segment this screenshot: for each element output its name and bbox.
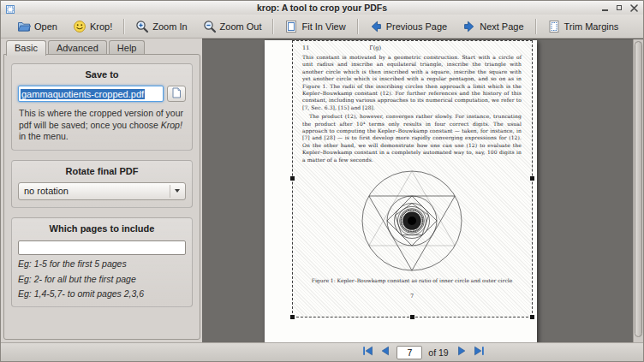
trim-margins-icon [547, 20, 561, 33]
browse-button[interactable] [167, 86, 186, 102]
toolbar-separator [357, 19, 358, 34]
help-text-part: in the menu. [19, 131, 69, 141]
smiley-icon [73, 20, 86, 33]
go-last-icon [474, 346, 485, 359]
next-page-toolbar-button[interactable]: Next Page [456, 16, 530, 37]
go-next-icon [456, 346, 467, 359]
pdf-page[interactable]: 11 Γ(g) This constant is motivated by a … [265, 40, 537, 342]
titlebar: krop: A tool to crop your PDFs [1, 1, 643, 15]
toolbar-button-label: Trim Margins [564, 21, 619, 32]
save-filename-value: gammaquotients-cropped.pdf [21, 89, 145, 99]
fit-in-view-icon [284, 20, 298, 33]
krop-button[interactable]: Krop! [66, 16, 119, 37]
vertical-scrollbar[interactable] [633, 39, 643, 343]
arrow-left-icon [369, 20, 383, 33]
fit-in-view-button[interactable]: Fit In View [277, 16, 352, 37]
previous-page-toolbar-button[interactable]: Previous Page [362, 16, 455, 37]
rotation-select[interactable]: no rotation [18, 182, 186, 200]
toolbar-button-label: Krop! [90, 21, 112, 32]
toolbar-button-label: Fit In View [301, 21, 345, 32]
crop-handle-right[interactable] [530, 176, 534, 181]
maximize-button[interactable] [614, 3, 624, 13]
go-previous-icon [380, 346, 391, 359]
window-title: krop: A tool to crop your PDFs [1, 1, 643, 15]
toolbar-button-label: Zoom Out [220, 21, 262, 32]
trim-margins-button[interactable]: Trim Margins [540, 16, 626, 37]
pages-example: Eg: 2- for all but the first page [18, 274, 186, 285]
main-toolbar: Open Krop! Zoom In Zoom Out Fit In View … [1, 15, 643, 39]
first-page-button[interactable] [361, 346, 374, 359]
page-navigation: of 19 [202, 343, 644, 361]
krop-window: krop: A tool to crop your PDFs Open Krop… [0, 0, 644, 362]
tab-label: Help [117, 43, 137, 53]
close-icon [630, 2, 638, 15]
save-to-title: Save to [18, 69, 186, 80]
previous-page-button[interactable] [379, 346, 392, 359]
minimize-button[interactable] [599, 3, 610, 13]
pages-input[interactable] [18, 240, 186, 255]
help-text-emphasis: Krop! [161, 120, 182, 130]
zoom-in-icon [135, 20, 149, 33]
pages-example: Eg: 1-5 for the first 5 pages [18, 258, 186, 270]
example-text: 1,4-5,7- to omit pages 2,3,6 [32, 288, 144, 299]
crop-handle-bottom-center[interactable] [410, 315, 414, 319]
page-total-label: of 19 [428, 347, 448, 358]
pages-title: Which pages to include [18, 223, 186, 234]
toolbar-separator [123, 19, 124, 34]
example-text: 2- for all but the first page [32, 274, 136, 284]
open-button[interactable]: Open [10, 16, 64, 37]
crop-handle-left[interactable] [290, 176, 295, 181]
tab-basic[interactable]: Basic [6, 40, 46, 56]
pdf-viewport[interactable]: 11 Γ(g) This constant is motivated by a … [202, 39, 643, 343]
toolbar-separator [272, 19, 273, 34]
folder-open-icon [17, 20, 31, 33]
example-prefix: Eg: [18, 274, 32, 284]
tab-label: Basic [15, 43, 38, 53]
pages-group: Which pages to include Eg: 1-5 for the f… [11, 217, 193, 307]
zoom-in-button[interactable]: Zoom In [128, 16, 194, 37]
rotate-title: Rotate final PDF [18, 166, 186, 176]
tab-label: Advanced [57, 43, 98, 53]
toolbar-button-label: Zoom In [152, 21, 187, 32]
example-text: 1-5 for the first 5 pages [32, 258, 127, 269]
combo-separator [170, 185, 170, 198]
save-to-group: Save to gammaquotients-cropped.pdf This … [11, 63, 193, 151]
crop-selection[interactable] [292, 40, 533, 317]
zoom-out-icon [203, 20, 217, 33]
toolbar-separator [535, 19, 536, 34]
crop-handle-bottom-left[interactable] [290, 315, 295, 319]
toolbar-button-label: Open [34, 21, 57, 32]
help-text-part: This is where the cropped version of you… [19, 108, 183, 130]
scrollbar-thumb[interactable] [635, 41, 642, 337]
rotation-selected-value: no rotation [24, 186, 69, 196]
close-button[interactable] [629, 3, 639, 13]
minimize-icon [602, 9, 608, 11]
basic-tab-panel: Save to gammaquotients-cropped.pdf This … [3, 54, 200, 340]
next-page-button[interactable] [455, 346, 468, 359]
example-prefix: Eg: [18, 288, 32, 299]
document-icon [171, 87, 182, 101]
example-prefix: Eg: [18, 258, 32, 269]
crop-handle-bottom-right[interactable] [530, 315, 534, 319]
pages-example: Eg: 1,4-5,7- to omit pages 2,3,6 [18, 288, 186, 300]
last-page-button[interactable] [473, 346, 486, 359]
arrow-right-icon [462, 20, 476, 33]
status-bar: of 19 [1, 342, 643, 361]
window-controls [599, 3, 639, 13]
toolbar-button-label: Previous Page [386, 21, 448, 32]
chevron-down-icon [175, 189, 180, 193]
maximize-icon [617, 5, 622, 10]
zoom-out-button[interactable]: Zoom Out [196, 16, 269, 37]
go-first-icon [362, 346, 373, 359]
save-help-text: This is where the cropped version of you… [19, 108, 185, 143]
page-number-input[interactable] [397, 346, 422, 359]
save-filename-input[interactable]: gammaquotients-cropped.pdf [18, 86, 164, 102]
toolbar-button-label: Next Page [480, 21, 523, 32]
app-icon [5, 3, 15, 13]
rotate-group: Rotate final PDF no rotation [11, 160, 193, 208]
